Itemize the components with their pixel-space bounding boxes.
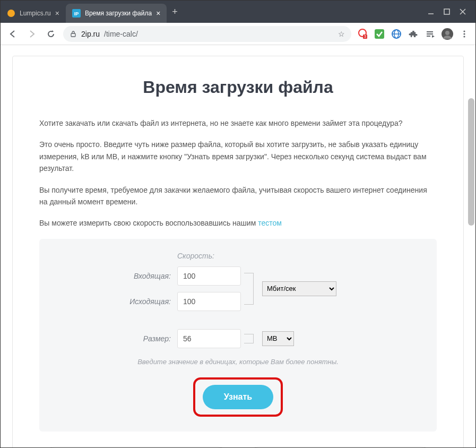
page-viewport: Время загрузки файла Хотите закачать или… (1, 45, 475, 447)
profile-avatar[interactable] (442, 28, 453, 40)
bracket-decor (244, 334, 254, 343)
address-bar[interactable]: 2ip.ru/time-calc/ ☆ (63, 26, 351, 42)
menu-icon[interactable] (458, 28, 470, 40)
minimize-icon[interactable] (428, 8, 434, 15)
size-label: Размер: (50, 334, 177, 343)
tab-title: Lumpics.ru (20, 10, 51, 17)
svg-text:IP: IP (74, 11, 79, 16)
highlight-annotation: Узнать (193, 377, 283, 417)
content-text: Хотите закачать или скачать файл из инте… (39, 117, 437, 229)
svg-rect-11 (375, 29, 384, 39)
svg-point-22 (463, 36, 465, 37)
adblock-icon[interactable]: 3 (357, 28, 368, 40)
speed-heading-value: Скорость: (177, 252, 336, 260)
intro-paragraph: Хотите закачать или скачать файл из инте… (39, 117, 437, 129)
form-hint: Введите значение в единицах, которые Вам… (50, 358, 426, 366)
size-input[interactable] (177, 329, 241, 348)
window-close-icon[interactable] (460, 8, 466, 15)
close-icon[interactable]: × (55, 9, 59, 18)
browser-tab-lumpics[interactable]: Lumpics.ru × (1, 4, 66, 23)
svg-rect-4 (444, 9, 449, 14)
main-card: Время загрузки файла Хотите закачать или… (12, 56, 464, 447)
vertical-scrollbar[interactable] (468, 98, 474, 226)
url-domain: 2ip.ru (81, 30, 100, 38)
playlist-icon[interactable] (425, 28, 436, 40)
maximize-icon[interactable] (444, 8, 450, 15)
forward-button[interactable] (25, 27, 39, 41)
extension-icons: 3 (357, 28, 470, 40)
svg-point-0 (7, 10, 15, 17)
calculator-form: Скорость: Входящая: Мбит/сек Исходящая: … (39, 239, 437, 432)
speed-test-link[interactable]: тестом (258, 219, 282, 227)
outgoing-label: Исходящая: (50, 297, 177, 306)
link-card-speed[interactable]: Скорость интернет соединения → (39, 446, 233, 447)
page-title: Время загрузки файла (39, 77, 437, 97)
incoming-input[interactable] (177, 266, 241, 286)
submit-button[interactable]: Узнать (203, 385, 273, 409)
browser-toolbar: 2ip.ru/time-calc/ ☆ 3 (1, 23, 475, 45)
extensions-icon[interactable] (408, 28, 419, 40)
back-button[interactable] (6, 27, 20, 41)
new-tab-button[interactable]: + (167, 6, 183, 18)
test-link-paragraph: Вы можете измерить свою скорость восполь… (39, 217, 437, 229)
favicon-lumpics (7, 9, 15, 18)
globe-ext-icon[interactable] (391, 28, 402, 40)
size-unit-select[interactable]: MB (262, 331, 294, 346)
url-path: /time-calc/ (104, 30, 138, 38)
svg-point-20 (463, 30, 465, 32)
incoming-label: Входящая: (50, 272, 177, 280)
svg-point-21 (463, 33, 465, 35)
related-links: Скорость интернет соединения → О битах, … (39, 446, 437, 447)
browser-titlebar: Lumpics.ru × IP Время загрузки файла × + (1, 1, 475, 23)
tab-title: Время загрузки файла (85, 10, 152, 17)
close-icon[interactable]: × (156, 9, 160, 18)
result-paragraph: Вы получите время, требуемое для закачки… (39, 184, 437, 208)
bookmark-star-icon[interactable]: ☆ (338, 30, 345, 38)
howto-paragraph: Это очень просто. Введите чуть ниже разм… (39, 139, 437, 174)
reload-button[interactable] (44, 27, 58, 41)
bracket-decor (244, 273, 254, 305)
outgoing-input[interactable] (177, 292, 241, 311)
lock-icon (70, 30, 77, 38)
checkmark-ext-icon[interactable] (374, 28, 385, 40)
svg-rect-7 (71, 33, 75, 37)
svg-point-19 (445, 31, 449, 35)
browser-tab-2ip[interactable]: IP Время загрузки файла × (66, 4, 167, 23)
speed-unit-select[interactable]: Мбит/сек (262, 281, 336, 296)
link-card-bits[interactable]: О битах, байтах и скорости интернет → (244, 446, 437, 447)
window-controls (418, 8, 475, 15)
svg-text:3: 3 (364, 35, 366, 38)
favicon-2ip: IP (72, 9, 81, 18)
